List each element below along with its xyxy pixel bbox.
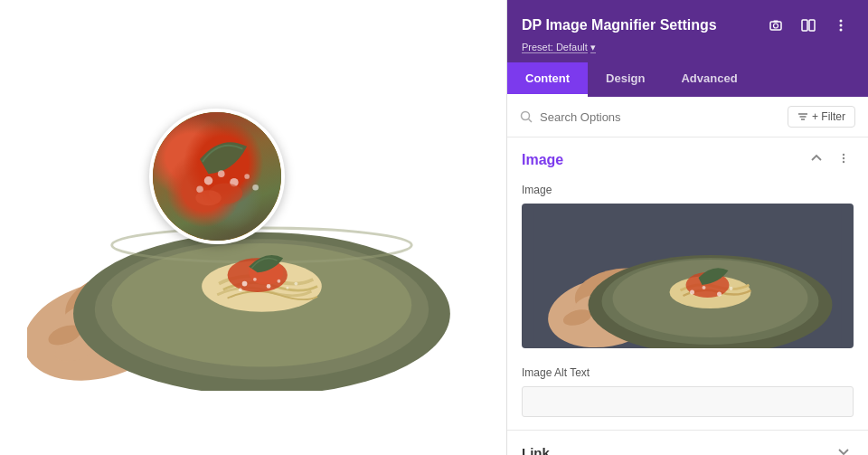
svg-rect-31	[809, 20, 815, 31]
search-icon	[520, 110, 533, 123]
image-section-header[interactable]: Image	[507, 137, 868, 178]
svg-point-41	[843, 157, 844, 159]
alt-text-input[interactable]	[522, 386, 854, 417]
svg-point-20	[218, 170, 225, 177]
svg-point-16	[286, 286, 288, 289]
header-icons	[763, 13, 854, 38]
alt-text-label: Image Alt Text	[522, 366, 854, 379]
image-alt-text-field: Image Alt Text	[507, 361, 868, 430]
svg-point-28	[774, 24, 778, 28]
svg-rect-29	[774, 21, 778, 23]
magnifier-overlay	[149, 109, 285, 244]
camera-icon-btn[interactable]	[763, 13, 788, 38]
camera-icon	[769, 18, 783, 33]
svg-point-33	[840, 24, 843, 27]
image-section-more-icon[interactable]	[834, 150, 854, 169]
image-preview-box[interactable]	[522, 204, 854, 348]
search-bar-row: + Filter	[507, 97, 868, 137]
magnifier-inner	[153, 112, 281, 241]
image-field: Image	[507, 178, 868, 361]
svg-point-22	[244, 174, 250, 179]
preset-label: Preset: Default	[522, 42, 588, 53]
svg-rect-27	[770, 22, 781, 30]
svg-point-17	[239, 288, 242, 291]
link-section-expand-icon[interactable]	[834, 443, 854, 455]
svg-point-34	[840, 29, 843, 32]
preview-panel	[0, 0, 506, 455]
svg-point-54	[703, 286, 706, 289]
chevron-down-icon	[837, 445, 850, 455]
header-top-row: DP Image Magnifier Settings	[522, 13, 854, 38]
settings-panel: DP Image Magnifier Settings	[506, 0, 868, 455]
svg-point-35	[522, 112, 530, 120]
image-field-label: Image	[522, 184, 854, 196]
chevron-up-icon	[810, 152, 823, 165]
more-options-icon-btn[interactable]	[828, 13, 854, 38]
link-section-title: Link	[522, 445, 550, 455]
svg-point-42	[843, 161, 844, 163]
svg-point-19	[204, 176, 212, 185]
image-section-title: Image	[522, 152, 563, 168]
svg-rect-30	[802, 20, 807, 31]
more-vert-icon	[834, 18, 848, 33]
image-section-icons	[807, 150, 854, 169]
columns-icon	[801, 18, 816, 33]
svg-point-26	[195, 190, 221, 205]
food-image-container	[18, 47, 488, 409]
settings-content: Image	[507, 137, 868, 455]
svg-line-36	[529, 119, 533, 123]
svg-point-40	[843, 154, 844, 156]
image-section: Image	[507, 137, 868, 431]
search-input[interactable]	[540, 110, 780, 124]
link-section-header[interactable]: Link	[507, 431, 868, 455]
settings-header: DP Image Magnifier Settings	[507, 0, 868, 62]
link-section: Link	[507, 431, 868, 455]
svg-point-13	[253, 277, 257, 280]
tab-design[interactable]: Design	[588, 62, 663, 97]
image-section-collapse-icon[interactable]	[807, 150, 826, 169]
svg-point-18	[294, 281, 297, 285]
svg-point-56	[730, 287, 733, 290]
preset-arrow: ▾	[590, 42, 596, 53]
link-section-icons	[834, 443, 854, 455]
tab-content[interactable]: Content	[507, 62, 588, 97]
preset-row[interactable]: Preset: Default ▾	[522, 42, 854, 53]
svg-point-24	[252, 184, 259, 190]
tab-advanced[interactable]: Advanced	[663, 62, 755, 97]
svg-point-14	[267, 284, 271, 289]
filter-icon	[797, 111, 808, 122]
svg-point-53	[690, 290, 694, 295]
columns-icon-btn[interactable]	[796, 13, 821, 38]
svg-point-55	[717, 292, 722, 297]
filter-button[interactable]: + Filter	[788, 106, 855, 128]
preview-plate-svg	[522, 204, 854, 348]
svg-point-12	[242, 280, 248, 286]
filter-label: + Filter	[812, 110, 845, 123]
svg-point-15	[278, 279, 281, 282]
svg-point-32	[840, 20, 843, 23]
more-vert-section-icon	[837, 152, 850, 165]
tabs-row: Content Design Advanced	[507, 62, 868, 97]
settings-title: DP Image Magnifier Settings	[522, 17, 717, 33]
